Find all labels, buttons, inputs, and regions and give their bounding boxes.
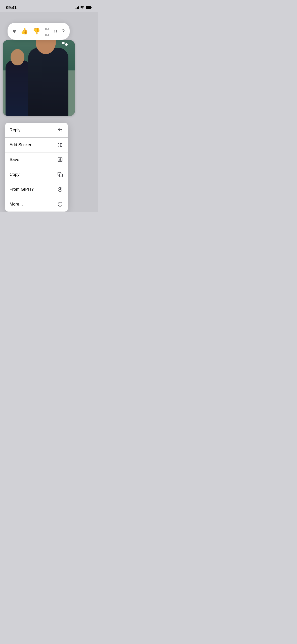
status-time: 09:41 bbox=[6, 5, 17, 10]
battery-icon bbox=[86, 6, 92, 10]
svg-point-11 bbox=[61, 204, 61, 205]
reaction-haha-button[interactable]: HAHA bbox=[45, 25, 50, 37]
status-bar: 09:41 bbox=[0, 0, 98, 12]
save-label: Save bbox=[10, 157, 19, 162]
more-label: More... bbox=[10, 202, 23, 207]
copy-menu-item[interactable]: Copy bbox=[5, 167, 68, 182]
message-bubble[interactable] bbox=[3, 40, 75, 116]
add-sticker-label: Add Sticker bbox=[10, 142, 31, 147]
more-icon bbox=[57, 201, 63, 208]
gif-image bbox=[3, 40, 75, 116]
reaction-thumbsdown-button[interactable]: 👎 bbox=[33, 28, 40, 34]
reply-icon bbox=[57, 127, 63, 133]
status-icons bbox=[75, 6, 92, 10]
svg-rect-4 bbox=[58, 161, 62, 162]
svg-point-10 bbox=[60, 204, 60, 205]
save-icon bbox=[57, 156, 63, 163]
svg-rect-6 bbox=[59, 174, 62, 177]
svg-point-3 bbox=[61, 144, 62, 144]
reaction-question-button[interactable]: ? bbox=[62, 28, 65, 34]
svg-rect-0 bbox=[86, 6, 91, 9]
more-menu-item[interactable]: More... bbox=[5, 197, 68, 212]
svg-point-9 bbox=[59, 204, 59, 205]
reply-label: Reply bbox=[10, 128, 20, 133]
svg-rect-1 bbox=[92, 7, 92, 8]
reply-menu-item[interactable]: Reply bbox=[5, 123, 68, 138]
add-sticker-menu-item[interactable]: Add Sticker bbox=[5, 138, 68, 152]
from-giphy-label: From GIPHY bbox=[10, 187, 34, 192]
copy-icon bbox=[57, 171, 63, 178]
reaction-exclaim-button[interactable]: !! bbox=[54, 28, 57, 34]
reaction-thumbsup-button[interactable]: 👍 bbox=[21, 28, 28, 34]
wifi-icon bbox=[80, 6, 84, 10]
giphy-icon bbox=[57, 186, 63, 193]
copy-label: Copy bbox=[10, 172, 20, 177]
sticker-icon bbox=[57, 142, 63, 148]
signal-icon bbox=[75, 6, 79, 9]
save-menu-item[interactable]: Save bbox=[5, 152, 68, 167]
reaction-bubble: ♥ 👍 👎 HAHA !! ? bbox=[8, 23, 70, 40]
reaction-heart-button[interactable]: ♥ bbox=[13, 28, 16, 34]
from-giphy-menu-item[interactable]: From GIPHY bbox=[5, 182, 68, 197]
context-menu: Reply Add Sticker Save bbox=[5, 123, 68, 212]
